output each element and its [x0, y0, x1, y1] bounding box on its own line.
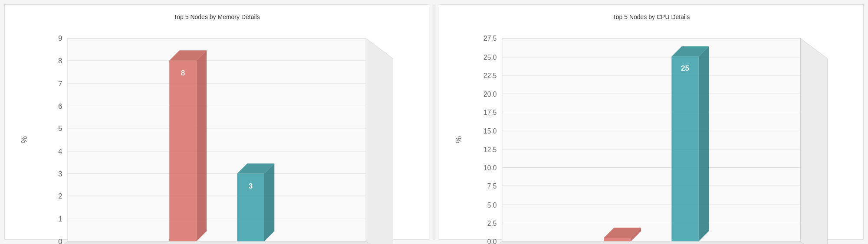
svg-marker-1: [366, 38, 393, 244]
cpu-chart-title: Top 5 Nodes by CPU Details: [613, 13, 690, 20]
svg-text:10.0: 10.0: [483, 164, 497, 172]
svg-rect-61: [604, 238, 631, 241]
svg-text:25.0: 25.0: [483, 54, 497, 61]
svg-text:12.5: 12.5: [483, 146, 497, 153]
svg-text:27.5: 27.5: [483, 35, 497, 42]
svg-text:9: 9: [58, 34, 62, 42]
svg-text:2: 2: [58, 192, 62, 200]
svg-marker-34: [800, 38, 827, 244]
svg-text:8: 8: [58, 56, 62, 65]
charts-container: Top 5 Nodes by Memory Details: [0, 0, 868, 244]
svg-marker-30: [264, 163, 274, 241]
svg-marker-33: [475, 241, 827, 244]
svg-marker-0: [40, 241, 393, 244]
svg-text:5: 5: [58, 124, 62, 133]
memory-chart-panel: Top 5 Nodes by Memory Details: [4, 4, 429, 240]
cpu-chart-panel: Top 5 Nodes by CPU Details: [439, 4, 864, 240]
svg-text:3: 3: [249, 182, 253, 190]
svg-text:8: 8: [181, 68, 185, 77]
svg-text:15.0: 15.0: [483, 127, 497, 135]
svg-text:0.0: 0.0: [487, 238, 497, 244]
svg-text:25: 25: [681, 64, 690, 72]
svg-text:7.5: 7.5: [487, 182, 497, 190]
cpu-chart-area: 0.0 2.5 5.0 7.5 10.0 12.5 15.0 17.5 20.0…: [448, 25, 855, 244]
svg-marker-66: [699, 46, 709, 241]
svg-text:4: 4: [58, 147, 62, 156]
svg-text:6: 6: [58, 102, 62, 111]
svg-rect-64: [671, 56, 698, 241]
svg-text:2.5: 2.5: [487, 220, 497, 227]
svg-text:1: 1: [58, 215, 62, 223]
cpu-chart-svg: 0.0 2.5 5.0 7.5 10.0 12.5 15.0 17.5 20.0…: [448, 25, 855, 244]
svg-rect-24: [169, 61, 196, 241]
memory-chart-area: 0 1 2 3 4 5 6 7 8 9 %: [13, 25, 420, 244]
svg-rect-35: [502, 38, 800, 241]
svg-text:3: 3: [58, 169, 62, 178]
svg-text:22.5: 22.5: [483, 72, 497, 79]
svg-text:0: 0: [58, 237, 62, 244]
svg-marker-26: [197, 50, 207, 241]
memory-chart-svg: 0 1 2 3 4 5 6 7 8 9 %: [13, 25, 420, 244]
svg-text:%: %: [454, 136, 463, 143]
svg-text:7: 7: [58, 79, 62, 88]
svg-text:17.5: 17.5: [483, 109, 497, 116]
svg-text:%: %: [20, 136, 29, 143]
memory-chart-title: Top 5 Nodes by Memory Details: [174, 13, 260, 20]
svg-rect-2: [68, 38, 366, 241]
chart-divider: [434, 4, 434, 240]
svg-text:5.0: 5.0: [487, 202, 497, 209]
svg-text:20.0: 20.0: [483, 91, 497, 98]
